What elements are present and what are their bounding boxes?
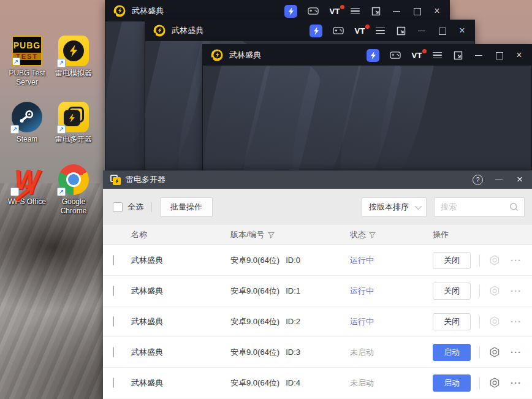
boost-icon[interactable]	[310, 25, 322, 37]
instance-name: 武林盛典	[131, 255, 230, 266]
emulator-titlebar[interactable]: 武林盛典 VT ×	[105, 1, 449, 21]
maximize-icon[interactable]	[494, 50, 504, 60]
instance-version: 安卓9.0(64位)ID:3	[230, 347, 350, 358]
more-options-icon[interactable]: ···	[511, 347, 522, 357]
filter-icon[interactable]	[268, 232, 275, 238]
select-all-label: 全选	[127, 202, 143, 213]
ops-divider	[479, 316, 480, 328]
more-options-icon[interactable]: ···	[511, 378, 522, 388]
settings-gear-icon[interactable]	[488, 346, 501, 359]
row-checkbox[interactable]	[113, 286, 114, 296]
row-checkbox[interactable]	[113, 255, 114, 265]
instance-row[interactable]: 武林盛典 安卓9.0(64位)ID:2 运行中 关闭 ···	[103, 306, 532, 337]
emulator-titlebar[interactable]: 武林盛典 VT ×	[145, 20, 474, 41]
vt-button[interactable]: VT	[354, 26, 365, 36]
vt-label: VT	[329, 7, 340, 16]
boost-icon[interactable]	[367, 49, 379, 62]
minimize-icon[interactable]	[392, 6, 401, 16]
desktop-icon-label: PUBG Test Server	[4, 69, 50, 87]
batch-operation-button[interactable]: 批量操作	[160, 197, 213, 217]
header-name[interactable]: 名称	[131, 229, 230, 240]
vt-button[interactable]: VT	[411, 51, 422, 60]
sort-dropdown[interactable]: 按版本排序	[362, 197, 427, 217]
instance-status: 运行中	[350, 316, 433, 327]
instance-row[interactable]: 武林盛典 安卓9.0(64位)ID:4 未启动 启动 ···	[103, 368, 532, 398]
shortcut-arrow-icon: ↗	[57, 59, 66, 67]
settings-gear-icon[interactable]	[488, 285, 501, 297]
start-button[interactable]: 启动	[433, 374, 471, 392]
help-icon[interactable]: ?	[473, 175, 483, 185]
row-checkbox[interactable]	[113, 316, 114, 327]
stop-button[interactable]: 关闭	[433, 252, 471, 269]
search-box[interactable]	[434, 197, 525, 217]
more-options-icon[interactable]: ···	[511, 255, 522, 265]
stop-button[interactable]: 关闭	[433, 283, 471, 300]
menu-icon[interactable]	[351, 8, 360, 15]
menu-icon[interactable]	[433, 52, 442, 59]
row-checkbox[interactable]	[113, 378, 114, 388]
instance-id: ID:3	[286, 348, 300, 357]
emulator-window-3: 武林盛典 VT ×	[202, 44, 532, 170]
desktop-icon-wps[interactable]: W ↗ WPS Office	[4, 164, 50, 207]
close-icon[interactable]: ×	[457, 26, 467, 36]
window-title: 武林盛典	[172, 25, 310, 36]
close-icon[interactable]: ×	[432, 6, 442, 16]
close-icon[interactable]: ×	[515, 175, 525, 184]
minimize-icon[interactable]	[474, 50, 484, 60]
front-square-icon	[113, 177, 121, 185]
desktop-icon-pubg[interactable]: PUBG TEST ↗ PUBG Test Server	[4, 36, 50, 87]
filter-icon[interactable]	[369, 232, 376, 238]
instance-name: 武林盛典	[131, 286, 230, 297]
instance-name: 武林盛典	[131, 316, 230, 327]
minimize-icon[interactable]	[494, 175, 504, 184]
window-title: 武林盛典	[229, 50, 367, 61]
gamepad-icon[interactable]	[308, 6, 319, 17]
settings-gear-icon[interactable]	[488, 377, 501, 389]
instance-row[interactable]: 武林盛典 安卓9.0(64位)ID:3 未启动 启动 ···	[103, 337, 532, 368]
desktop-icon-ldplayer[interactable]: ↗ 雷电模拟器	[50, 36, 97, 78]
search-input[interactable]	[441, 202, 509, 211]
ldplayer-logo-icon	[211, 49, 223, 61]
shortcut-arrow-icon: ↗	[10, 125, 19, 134]
row-checkbox[interactable]	[113, 347, 114, 357]
settings-gear-icon[interactable]	[488, 254, 501, 267]
instance-row[interactable]: 武林盛典 安卓9.0(64位)ID:1 运行中 关闭 ···	[103, 276, 532, 306]
boost-icon[interactable]	[284, 5, 297, 18]
desktop-icon-chrome[interactable]: ↗ Google Chrome	[50, 164, 97, 216]
more-options-icon[interactable]: ···	[511, 286, 522, 296]
maximize-icon[interactable]	[412, 6, 422, 16]
screenshot-icon[interactable]	[395, 25, 406, 36]
header-version[interactable]: 版本/编号	[230, 229, 350, 240]
select-all-checkbox[interactable]	[113, 202, 123, 212]
search-icon	[509, 202, 519, 211]
more-options-icon[interactable]: ···	[511, 316, 522, 327]
gamepad-icon[interactable]	[333, 25, 344, 36]
instance-id: ID:2	[286, 317, 300, 326]
desktop-icon-steam[interactable]: ↗ Steam	[4, 102, 50, 144]
minimize-icon[interactable]	[417, 26, 427, 36]
instance-status: 运行中	[350, 255, 433, 266]
toolbar-divider	[151, 202, 152, 212]
close-icon[interactable]: ×	[514, 50, 524, 60]
desktop-icon-multiplayer[interactable]: ↗ 雷电多开器	[50, 102, 97, 144]
emulator-titlebar[interactable]: 武林盛典 VT ×	[203, 45, 531, 66]
pubg-icon: PUBG TEST ↗	[12, 36, 42, 66]
manager-app-icon	[110, 175, 121, 185]
shortcut-arrow-icon: ↗	[12, 58, 20, 66]
start-button[interactable]: 启动	[433, 344, 471, 361]
instance-row[interactable]: 武林盛典 安卓9.0(64位)ID:0 运行中 关闭 ···	[103, 245, 532, 276]
maximize-icon[interactable]	[437, 26, 447, 36]
stop-button[interactable]: 关闭	[433, 313, 471, 330]
gamepad-icon[interactable]	[390, 50, 401, 61]
screenshot-icon[interactable]	[452, 50, 463, 61]
screenshot-icon[interactable]	[370, 6, 381, 17]
menu-icon[interactable]	[376, 28, 385, 34]
pubg-icon-text: PUBG	[13, 40, 41, 50]
vt-button[interactable]: VT	[329, 7, 340, 16]
desktop-icon-label: Steam	[4, 135, 50, 144]
manager-titlebar[interactable]: 雷电多开器 ? ×	[103, 170, 532, 189]
instance-version: 安卓9.0(64位)ID:4	[230, 378, 350, 389]
manager-toolbar: 全选 批量操作 按版本排序	[103, 189, 532, 225]
settings-gear-icon[interactable]	[488, 316, 501, 328]
header-status[interactable]: 状态	[350, 229, 433, 240]
